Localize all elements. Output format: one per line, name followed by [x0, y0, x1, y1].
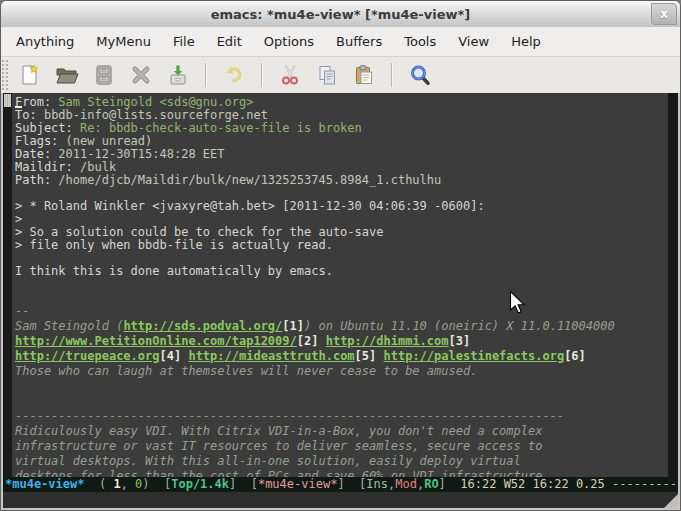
menu-anything[interactable]: Anything [5, 27, 85, 56]
modeline-text: ] [ [337, 477, 366, 491]
footnote-ref: [1] [282, 319, 304, 333]
header-value: bbdb-info@lists.sourceforge.net [37, 108, 268, 122]
cut-button[interactable] [277, 62, 303, 88]
header-value: /home/djcb/Maildir/bulk/new/1325253745.8… [51, 173, 441, 187]
toolbar-separator [205, 63, 207, 87]
menu-view[interactable]: View [447, 27, 500, 56]
open-file-button[interactable] [54, 62, 80, 88]
header-label: Path: [15, 173, 51, 187]
minibuffer[interactable] [3, 492, 678, 508]
modeline-filler-dashes: --------------------------------- [612, 477, 678, 491]
modeline-position: Top/1.4k [171, 477, 229, 491]
blank-line [15, 278, 668, 291]
toolbar-separator [391, 63, 393, 87]
menu-buffers[interactable]: Buffers [325, 27, 393, 56]
quoted-line: > file only when bbdb-file is actually r… [15, 239, 668, 252]
menu-help[interactable]: Help [500, 27, 552, 56]
modeline-line-number: 1 [113, 477, 120, 491]
footnote-ref: [6] [564, 349, 586, 363]
close-button[interactable]: x [651, 3, 677, 25]
ad-separator: ----------------------------------------… [15, 409, 668, 424]
footnote-ref: [2] [297, 334, 319, 348]
quoted-line: > * Roland Winkler <jvaxyre@tah.bet> [20… [15, 200, 668, 213]
toolbar-separator [261, 63, 263, 87]
modeline-time-load: 16:22 W52 16:22 0.25 [460, 477, 612, 491]
search-button[interactable] [407, 62, 433, 88]
footnote-ref: [4] [160, 349, 182, 363]
ad-line: Ridiculously easy VDI. With Citrix VDI-i… [15, 424, 668, 439]
dired-button[interactable] [91, 62, 117, 88]
menubar: Anything MyMenu File Edit Options Buffer… [1, 27, 680, 57]
body-line: I think this is done automatically by em… [15, 265, 668, 278]
footnote-ref: [5] [355, 349, 377, 363]
new-file-button[interactable] [17, 62, 43, 88]
undo-button[interactable] [221, 62, 247, 88]
modeline-text: ) [ [142, 477, 171, 491]
signature-line: Sam Steingold (http://sds.podval.org/[1]… [15, 319, 668, 334]
screenshot: emacs: *mu4e-view* [*mu4e-view*] x Anyth… [0, 0, 681, 511]
modeline-mod-flag: Mod [395, 477, 417, 491]
signature-quote: Those who can laugh at themselves will n… [15, 364, 668, 379]
open-folder-icon [55, 63, 79, 87]
ad-line: desktops for less than the cost of PCs a… [15, 469, 668, 477]
titlebar[interactable]: emacs: *mu4e-view* [*mu4e-view*] x [1, 1, 680, 27]
modeline-buffer-name[interactable]: *mu4e-view* [5, 477, 84, 491]
header-label: To: [15, 108, 37, 122]
file-cabinet-icon [92, 63, 116, 87]
link-petitiononline[interactable]: http://www.PetitionOnline.com/tap12009/ [15, 334, 297, 348]
frame-body: From: Sam Steingold <sds@gnu.org> To: bb… [3, 93, 678, 477]
copy-button[interactable] [314, 62, 340, 88]
mu4e-view-buffer[interactable]: From: Sam Steingold <sds@gnu.org> To: bb… [12, 93, 668, 477]
modeline-text: , [121, 477, 135, 491]
blank-line [15, 394, 668, 409]
header-value: Sam Steingold <sds@gnu.org> [51, 95, 253, 109]
signature-links-line: http://truepeace.org[4] http://mideasttr… [15, 349, 668, 364]
emacs-frame: emacs: *mu4e-view* [*mu4e-view*] x Anyth… [0, 0, 681, 511]
header-label: Date: [15, 147, 51, 161]
signature-links-line: http://www.PetitionOnline.com/tap12009/[… [15, 334, 668, 349]
footnote-ref: [3] [449, 334, 471, 348]
blank-line [15, 291, 668, 304]
modeline-text: ] [439, 477, 461, 491]
signature-marker: -- [15, 304, 668, 319]
close-x-icon [129, 63, 153, 87]
modeline-readonly-flag: RO [424, 477, 438, 491]
header-path: Path: /home/djcb/Maildir/bulk/new/132525… [15, 174, 668, 187]
link-mideasttruth[interactable]: http://mideasttruth.com [188, 349, 354, 363]
right-fringe [668, 93, 678, 477]
text-cursor [15, 106, 22, 108]
header-value: 2011-12-30T15:48:28 EET [51, 147, 224, 161]
save-buffer-button[interactable] [165, 62, 191, 88]
close-icon: x [660, 7, 668, 21]
signature-text: Sam Steingold ( [15, 319, 123, 333]
link-truepeace[interactable]: http://truepeace.org [15, 349, 160, 363]
space [376, 349, 383, 363]
paste-button[interactable] [351, 62, 377, 88]
header-label: Maildir: [15, 160, 73, 174]
header-value: Re: bbdb-check-auto-save-file is broken [73, 121, 362, 135]
menu-tools[interactable]: Tools [393, 27, 447, 56]
link-dhimmi[interactable]: http://dhimmi.com [326, 334, 449, 348]
copy-icon [315, 63, 339, 87]
header-label: Flags: [15, 134, 58, 148]
modeline-ins-flag: Ins [366, 477, 388, 491]
scrollbar-thumb[interactable] [4, 94, 11, 107]
menu-file[interactable]: File [162, 27, 206, 56]
link-palestinefacts[interactable]: http://palestinefacts.org [384, 349, 565, 363]
blank-line [15, 379, 668, 394]
modeline-text: ( [84, 477, 113, 491]
search-icon [408, 63, 432, 87]
kill-buffer-button[interactable] [128, 62, 154, 88]
resize-grip[interactable] [664, 494, 678, 508]
modeline-buffer-name-2: *mu4e-view* [258, 477, 337, 491]
scissors-icon [278, 63, 302, 87]
ad-line: virtual desktops. With this all-in-one s… [15, 454, 668, 469]
new-file-icon [18, 63, 42, 87]
modeline: *mu4e-view* ( 1, 0) [Top/1.4k] [*mu4e-vi… [3, 477, 678, 492]
menu-options[interactable]: Options [253, 27, 325, 56]
left-scrollbar[interactable] [3, 93, 12, 477]
link-sds-podval[interactable]: http://sds.podval.org/ [123, 319, 282, 333]
menu-edit[interactable]: Edit [206, 27, 253, 56]
menu-mymenu[interactable]: MyMenu [85, 27, 162, 56]
header-value: /bulk [73, 160, 116, 174]
